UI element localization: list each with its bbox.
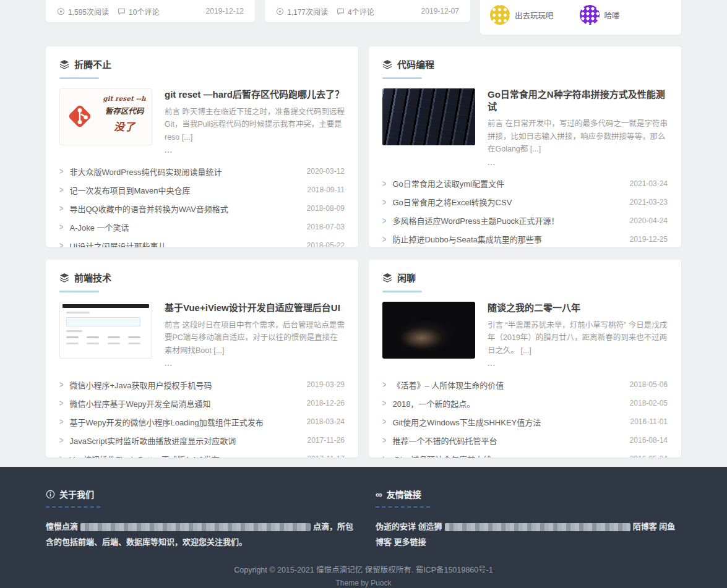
post-date: 2018-08-09 [307, 204, 345, 213]
links-heading: ∞ 友情链接 [376, 488, 681, 500]
featured-excerpt: 引言 “半盏屠苏犹未举，灯前小草写桃符” 今日是戊戌年（2019年）的腊月廿八，… [488, 319, 668, 357]
section-underline [382, 77, 422, 79]
friend-links-section: ∞ 友情链接 伪逝的安详 创造狮陌博客 闲鱼博客 更多链接 [376, 488, 681, 550]
comment-icon [337, 7, 345, 15]
layers-icon [382, 273, 392, 283]
git-logo-icon [61, 98, 98, 135]
comments-count: 10个评论 [129, 6, 159, 17]
post-date: 2016-08-14 [630, 436, 668, 445]
post-date: 2018-09-11 [308, 185, 345, 194]
section-header[interactable]: 前端技术 [59, 271, 345, 284]
heading-underline [46, 506, 100, 508]
post-meta: 1,177次阅读 4个评论 [276, 6, 421, 17]
featured-thumbnail[interactable]: git reset --h 暂存区代码 没了 [59, 88, 152, 145]
post-date: 2017-11-26 [308, 436, 345, 445]
read-more-link[interactable]: ... [488, 359, 668, 368]
eye-icon [57, 7, 65, 15]
featured-thumbnail[interactable] [59, 302, 152, 359]
section-header[interactable]: 闲聊 [382, 271, 668, 284]
featured-body: 随谈之我的二零一八年 引言 “半盏屠苏犹未举，灯前小草写桃符” 今日是戊戌年（2… [488, 302, 668, 368]
chevron-right-icon: > [59, 417, 63, 427]
featured-thumbnail[interactable] [382, 88, 475, 145]
section-header[interactable]: 代码编程 [382, 58, 668, 70]
chevron-right-icon: > [382, 216, 386, 225]
post-list-item[interactable]: > 非大众版WordPress纯代码实现阅读量统计 2020-03-12 [59, 162, 345, 181]
featured-excerpt: 前言 在日常开发中，写过的最多代码之一就是字符串拼接，比如日志输入拼接，响应参数… [488, 117, 668, 156]
section-title: 折腾不止 [74, 58, 111, 70]
tag-item[interactable]: 哈喽 [580, 5, 620, 25]
post-date: 2018-12-26 [307, 399, 345, 407]
post-list-item[interactable]: > 多风格自适应WordPress主题Puock正式开源！ 2020-04-24 [382, 211, 668, 230]
post-list-item[interactable]: > Go日常食用之将Excel转换为CSV 2021-03-23 [382, 193, 668, 211]
post-title: 推荐一个不错的代码托管平台 [392, 435, 622, 446]
post-list-item[interactable]: > Vue按钮插件Flash-Button正式版1.1.0发布 2017-11-… [59, 450, 345, 458]
featured-post: git reset --h 暂存区代码 没了 git reset —hard后暂… [59, 88, 345, 155]
post-list-item[interactable]: > JavaScript实时监听歌曲播放进度显示对应歌词 2017-11-26 [59, 431, 345, 450]
footer-columns: 关于我们 憧憬点滴点滴，所包含的包括前端、后端、数据库等知识，欢迎您关注我们。 … [46, 488, 681, 550]
post-list-item[interactable]: > 推荐一个不错的代码托管平台 2016-08-14 [382, 431, 668, 450]
post-date: 2020-03-12 [307, 167, 345, 176]
chevron-right-icon: > [382, 436, 386, 445]
post-title: A-Joke 一个笑话 [69, 221, 299, 233]
featured-excerpt: 前言 这段时日在项目中有个需求，后台管理站点是需要PC端与移动端自适应，对于以往… [165, 319, 345, 357]
post-title: 多风格自适应WordPress主题Puock正式开源！ [392, 215, 622, 226]
censored-text [445, 523, 630, 531]
read-more-link[interactable]: ... [165, 359, 345, 368]
post-list-item[interactable]: > 2018，一个新的起点。 2018-02-05 [382, 394, 668, 412]
post-list: > 非大众版WordPress纯代码实现阅读量统计 2020-03-12 > 记… [59, 162, 345, 247]
post-list-item[interactable]: > 导出QQ收藏中的语音并转换为WAV音频格式 2018-08-09 [59, 199, 345, 218]
post-list-item[interactable]: > 微信小程序基于Wepy开发全局消息通知 2018-12-26 [59, 394, 345, 412]
comments-meta: 4个评论 [337, 6, 374, 17]
post-list-item[interactable]: > 基于Wepy开发的微信小程序Loading加载组件正式发布 2018-03-… [59, 412, 345, 431]
post-list-item[interactable]: > 记一次发布项目到Maven中央仓库 2018-09-11 [59, 181, 345, 199]
read-more-link[interactable]: ... [488, 158, 668, 167]
featured-title[interactable]: 随谈之我的二零一八年 [488, 302, 668, 314]
post-card[interactable]: 1,595次阅读 10个评论 2019-12-12 [46, 0, 255, 22]
comment-icon [118, 7, 126, 15]
chevron-right-icon: > [382, 234, 386, 244]
copyright: Copyright © 2015-2021 憧憬点滴记忆 保留版权所有. 蜀IC… [0, 564, 727, 588]
about-heading: 关于我们 [46, 488, 358, 500]
post-card[interactable]: 1,177次阅读 4个评论 2019-12-07 [265, 0, 470, 22]
post-date: 2021-03-23 [630, 198, 668, 207]
post-date: 2019-12-07 [421, 7, 459, 15]
icp-link[interactable]: 蜀ICP备15019860号-1 [416, 566, 493, 574]
section-header[interactable]: 折腾不止 [59, 58, 345, 70]
post-list-item[interactable]: > 《活着》– 人所体现生命的价值 2018-05-06 [382, 375, 668, 394]
post-title: Vue按钮插件Flash-Button正式版1.1.0发布 [69, 453, 299, 458]
tag-label: 出去玩玩吧 [515, 9, 554, 21]
copyright-text: Copyright © 2015-2021 憧憬点滴记忆 保留版权所有. [234, 566, 413, 574]
tags-widget: 出去玩玩吧 哈喽 [480, 0, 681, 35]
featured-title[interactable]: 基于Vue+iView设计开发自适应管理后台UI [165, 302, 345, 314]
post-title: 微信小程序基于Wepy开发全局消息通知 [69, 398, 299, 409]
admin-ui-table-row [66, 343, 140, 344]
tag-item[interactable]: 出去玩玩吧 [490, 5, 554, 25]
heading-underline [376, 506, 430, 508]
post-date: 2018-02-05 [630, 399, 668, 407]
post-list-item[interactable]: > .Blog域名预计今年底前上线 2016-05-24 [382, 450, 668, 458]
featured-title[interactable]: Go日常食用之N种字符串拼接方式及性能测试 [488, 88, 668, 113]
post-list-item[interactable]: > Git使用之Windows下生成SHHKEY值方法 2016-11-01 [382, 412, 668, 431]
post-list-item[interactable]: > A-Joke 一个笑话 2018-07-03 [59, 218, 345, 236]
post-title: .Blog域名预计今年底前上线 [392, 453, 622, 458]
link-icon: ∞ [376, 490, 382, 499]
eye-icon [276, 7, 284, 15]
post-list-item[interactable]: > UI设计之闪屏设计那些事儿 2018-05-22 [59, 236, 345, 247]
avatar [490, 5, 510, 25]
featured-title[interactable]: git reset —hard后暂存区代码跑哪儿去了？ [165, 88, 345, 101]
section-card-chat: 闲聊 随谈之我的二零一八年 引言 “半盏屠苏犹未举，灯前小草写桃符” 今日是戊戌… [369, 260, 681, 458]
post-title: 记一次发布项目到Maven中央仓库 [69, 184, 299, 196]
views-count: 1,595次阅读 [68, 6, 109, 17]
post-date: 2017-11-17 [308, 454, 345, 458]
chevron-right-icon: > [382, 197, 386, 207]
post-list-item[interactable]: > 防止掉进Dubbo与Seata集成坑里的那些事 2019-12-25 [382, 230, 668, 247]
post-list-item[interactable]: > 微信小程序+Java获取用户授权手机号码 2019-03-29 [59, 375, 345, 394]
featured-thumbnail[interactable] [382, 302, 475, 359]
post-list: > 《活着》– 人所体现生命的价值 2018-05-06 > 2018，一个新的… [382, 375, 668, 458]
post-list-item[interactable]: > Go日常食用之读取yml配置文件 2021-03-24 [382, 174, 668, 193]
read-more-link[interactable]: ... [165, 146, 345, 155]
friend-link[interactable]: 伪逝的安详 创造狮 [376, 522, 442, 531]
post-meta: 1,595次阅读 10个评论 [57, 6, 206, 17]
avatar [580, 5, 600, 25]
admin-ui-panel [66, 317, 140, 326]
